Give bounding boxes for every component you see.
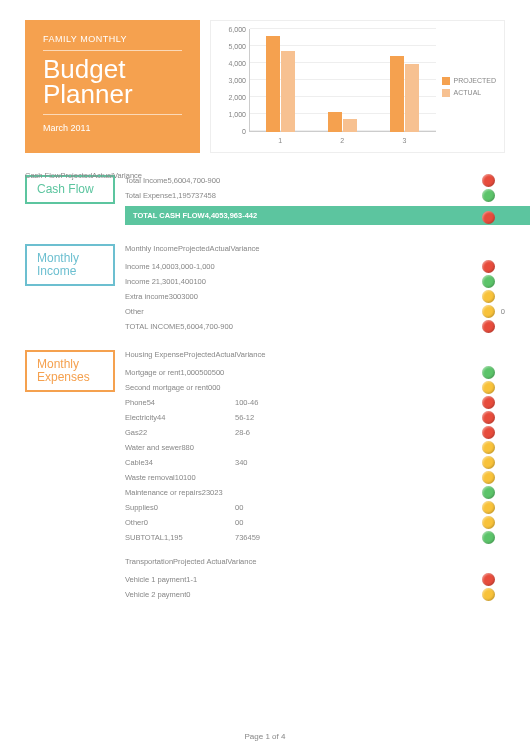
header: FAMILY MONTHLY Budget Planner March 2011… [25, 20, 505, 153]
monthly-expenses-section: Monthly Expenses Housing ExpenseProjecte… [25, 348, 505, 602]
table-row: Mortgage or rent1,000500500 [125, 365, 505, 380]
status-indicator [482, 211, 495, 224]
table-row: SUBTOTAL1,195736459 [125, 530, 505, 545]
table-row: Other000 [125, 515, 505, 530]
main-title: Budget Planner [43, 57, 182, 115]
table-row: Total Expense1,195737458 [125, 188, 505, 203]
status-indicator [482, 531, 495, 544]
status-indicator [482, 573, 495, 586]
table-row: Waste removal10100 [125, 470, 505, 485]
housing-header: Housing ExpenseProjectedActualVariance [125, 348, 505, 365]
table-row: Water and sewer880 [125, 440, 505, 455]
bar-2-projected [328, 112, 342, 133]
status-indicator [482, 366, 495, 379]
monthly-income-label: Monthly Income [25, 244, 115, 286]
table-row: TOTAL INCOME5,6004,700-900 [125, 319, 505, 334]
legend-actual: ACTUAL [442, 89, 496, 97]
status-indicator [482, 426, 495, 439]
table-row: Second mortgage or rent000 [125, 380, 505, 395]
status-indicator [482, 320, 495, 333]
status-indicator [482, 588, 495, 601]
status-indicator [482, 501, 495, 514]
status-indicator [482, 260, 495, 273]
status-indicator [482, 411, 495, 424]
bar-2-actual [343, 119, 357, 132]
status-indicator [482, 396, 495, 409]
total-cash-flow-bar: TOTAL CASH FLOW4,4053,963-442 [125, 206, 530, 225]
table-row: Other0 [125, 304, 505, 319]
legend-projected: PROJECTED [442, 77, 496, 85]
date: March 2011 [43, 123, 182, 133]
status-indicator [482, 486, 495, 499]
page-footer: Page 1 of 4 [0, 732, 530, 741]
table-row: Vehicle 1 payment1-1 [125, 572, 505, 587]
status-indicator [482, 174, 495, 187]
status-indicator [482, 516, 495, 529]
table-row: Total Income5,6004,700-900 [125, 173, 505, 188]
table-row: Supplies000 [125, 500, 505, 515]
status-indicator [482, 305, 495, 318]
status-indicator [482, 456, 495, 469]
table-row: Gas2228-6 [125, 425, 505, 440]
bar-3-actual [405, 64, 419, 132]
status-indicator [482, 275, 495, 288]
table-row: Income 14,0003,000-1,000 [125, 259, 505, 274]
status-indicator [482, 290, 495, 303]
table-row: Maintenance or repairs23023 [125, 485, 505, 500]
cash-flow-section: Cash FlowProjectedActualVariance Cash Fl… [25, 173, 505, 228]
transportation-header: TransportationProjected ActualVariance [125, 555, 505, 572]
table-row: Electricity4456-12 [125, 410, 505, 425]
subtitle: FAMILY MONTHLY [43, 34, 182, 51]
table-row: Vehicle 2 payment0 [125, 587, 505, 602]
bar-1-projected [266, 36, 280, 132]
status-indicator [482, 471, 495, 484]
chart-legend: PROJECTEDACTUAL [436, 29, 496, 144]
table-row: Extra income3003000 [125, 289, 505, 304]
table-row: Phone54100-46 [125, 395, 505, 410]
bar-1-actual [281, 51, 295, 132]
bar-chart: 01,0002,0003,0004,0005,0006,000123 PROJE… [210, 20, 505, 153]
status-indicator [482, 381, 495, 394]
monthly-income-header: Monthly IncomeProjectedActualVariance [125, 242, 505, 259]
table-row: Cable34340 [125, 455, 505, 470]
monthly-income-section: Monthly Income Monthly IncomeProjectedAc… [25, 242, 505, 334]
status-indicator [482, 441, 495, 454]
title-box: FAMILY MONTHLY Budget Planner March 2011 [25, 20, 200, 153]
status-indicator [482, 189, 495, 202]
bar-3-projected [390, 56, 404, 132]
table-row: Income 21,3001,400100 [125, 274, 505, 289]
monthly-expenses-label: Monthly Expenses [25, 350, 115, 392]
